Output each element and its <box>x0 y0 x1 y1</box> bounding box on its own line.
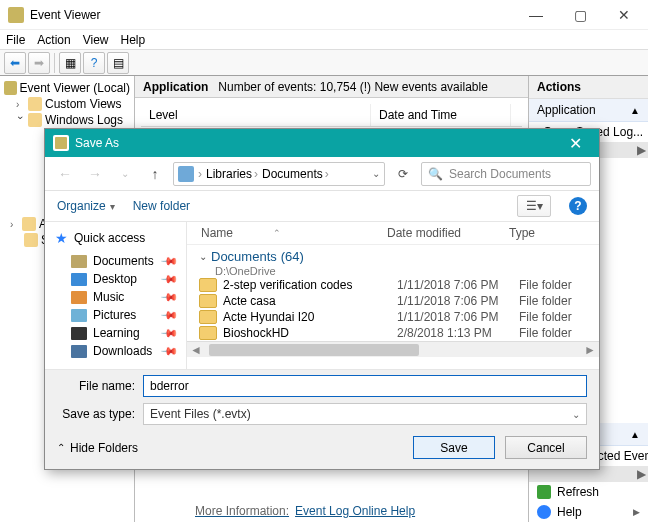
close-button[interactable]: ✕ <box>602 1 646 29</box>
view-options-button[interactable]: ☰▾ <box>517 195 551 217</box>
link-text: Event Log Online Help <box>295 504 415 518</box>
chevron-right-icon: ▶ <box>633 507 640 517</box>
place-learning[interactable]: Learning📌 <box>49 324 182 342</box>
file-name: 2-step verification codes <box>223 278 397 292</box>
cancel-button[interactable]: Cancel <box>505 436 587 459</box>
crumb-label: Documents <box>262 167 323 181</box>
newfolder-button[interactable]: New folder <box>133 199 190 213</box>
address-dropdown-icon[interactable]: ⌄ <box>372 168 380 179</box>
toolbar: ⬅ ➡ ▦ ? ▤ <box>0 50 648 76</box>
forward-button[interactable]: ➡ <box>28 52 50 74</box>
nav-recent-button[interactable]: ⌄ <box>113 162 137 186</box>
folder-icon <box>199 294 217 308</box>
menu-view[interactable]: View <box>83 33 109 47</box>
online-help-link[interactable]: More Information:Event Log Online Help <box>195 504 415 518</box>
folder-icon <box>24 233 38 247</box>
col-level[interactable]: Level <box>141 104 371 126</box>
tool-button-1[interactable]: ▦ <box>59 52 81 74</box>
list-item[interactable]: Acte Hyundai I201/11/2018 7:06 PMFile fo… <box>187 309 599 325</box>
collapse-icon[interactable]: ⌄ <box>199 251 207 262</box>
nav-back-button[interactable]: ← <box>53 162 77 186</box>
place-label: Downloads <box>93 344 152 358</box>
dialog-actions: ⌃Hide Folders Save Cancel <box>45 428 599 469</box>
savetype-value: Event Files (*.evtx) <box>150 407 251 421</box>
nav-forward-button[interactable]: → <box>83 162 107 186</box>
col-date[interactable]: Date and Time <box>371 104 511 126</box>
file-type: File folder <box>519 278 599 292</box>
dialog-fields: File name: Save as type: Event Files (*.… <box>45 370 599 428</box>
col-name[interactable]: Name⌃ <box>187 226 387 240</box>
back-button[interactable]: ⬅ <box>4 52 26 74</box>
save-button[interactable]: Save <box>413 436 495 459</box>
place-label: Desktop <box>93 272 137 286</box>
list-item[interactable]: BioshockHD2/8/2018 1:13 PMFile folder <box>187 325 599 341</box>
file-name: BioshockHD <box>223 326 397 340</box>
address-bar[interactable]: › Libraries › Documents › ⌄ <box>173 162 385 186</box>
nav-up-button[interactable]: ↑ <box>143 162 167 186</box>
quick-access-label: Quick access <box>74 231 145 245</box>
expand-icon[interactable]: › <box>16 99 25 110</box>
horizontal-scrollbar[interactable]: ◄► <box>187 341 599 357</box>
group-documents[interactable]: ⌄ Documents (64) D:\OneDrive <box>187 245 599 277</box>
search-box[interactable]: 🔍 Search Documents <box>421 162 591 186</box>
pin-icon: 📌 <box>159 305 178 324</box>
search-placeholder: Search Documents <box>449 167 551 181</box>
tree-windows-logs[interactable]: ›Windows Logs <box>2 112 132 128</box>
col-type[interactable]: Type <box>509 226 579 240</box>
tree-winlogs-label: Windows Logs <box>45 113 123 127</box>
menu-file[interactable]: File <box>6 33 25 47</box>
save-as-dialog: Save As ✕ ← → ⌄ ↑ › Libraries › Document… <box>44 128 600 470</box>
tool-button-3[interactable]: ▤ <box>107 52 129 74</box>
crumb-libraries[interactable]: Libraries › <box>206 167 258 181</box>
pictures-icon <box>71 309 87 322</box>
file-date: 1/11/2018 7:06 PM <box>397 278 519 292</box>
group-from: D:\OneDrive <box>215 265 599 277</box>
place-downloads[interactable]: Downloads📌 <box>49 342 182 360</box>
more-info-label: More Information: <box>195 504 289 518</box>
maximize-button[interactable]: ▢ <box>558 1 602 29</box>
place-documents[interactable]: Documents📌 <box>49 252 182 270</box>
savetype-select[interactable]: Event Files (*.evtx)⌄ <box>143 403 587 425</box>
pin-icon: 📌 <box>159 269 178 288</box>
filename-input[interactable] <box>143 375 587 397</box>
crumb-documents[interactable]: Documents › <box>262 167 329 181</box>
pane-subtitle: Number of events: 10,754 (!) New events … <box>218 80 487 94</box>
tree-root[interactable]: Event Viewer (Local) <box>2 80 132 96</box>
action-help[interactable]: Help▶ <box>529 502 648 522</box>
place-music[interactable]: Music📌 <box>49 288 182 306</box>
crumb-sep-icon: › <box>198 167 202 181</box>
dialog-close-button[interactable]: ✕ <box>555 134 595 153</box>
actions-header: Actions <box>529 76 648 99</box>
hide-folders-label: Hide Folders <box>70 441 138 455</box>
pane-header: Application Number of events: 10,754 (!)… <box>135 76 528 98</box>
expand-icon[interactable]: › <box>10 219 19 230</box>
savetype-label: Save as type: <box>57 407 135 421</box>
dialog-titlebar: Save As ✕ <box>45 129 599 157</box>
hide-folders-button[interactable]: ⌃Hide Folders <box>57 441 138 455</box>
group-label: Documents <box>211 249 277 264</box>
minimize-button[interactable]: — <box>514 1 558 29</box>
list-item[interactable]: 2-step verification codes1/11/2018 7:06 … <box>187 277 599 293</box>
place-desktop[interactable]: Desktop📌 <box>49 270 182 288</box>
tree-custom-views[interactable]: ›Custom Views <box>2 96 132 112</box>
menu-help[interactable]: Help <box>121 33 146 47</box>
scroll-thumb[interactable] <box>209 344 419 356</box>
actions-section-app[interactable]: Application▲ <box>529 99 648 122</box>
organize-menu[interactable]: Organize ▾ <box>57 199 115 213</box>
menu-action[interactable]: Action <box>37 33 70 47</box>
collapse-icon: ▲ <box>630 429 640 440</box>
tree-custom-label: Custom Views <box>45 97 121 111</box>
separator <box>54 53 55 73</box>
action-refresh[interactable]: Refresh <box>529 482 648 502</box>
place-label: Learning <box>93 326 140 340</box>
collapse-icon[interactable]: › <box>15 116 26 125</box>
place-pictures[interactable]: Pictures📌 <box>49 306 182 324</box>
refresh-button[interactable]: ⟳ <box>391 167 415 181</box>
folder-icon <box>199 326 217 340</box>
col-date-modified[interactable]: Date modified <box>387 226 509 240</box>
tool-button-2[interactable]: ? <box>83 52 105 74</box>
list-item[interactable]: Acte casa1/11/2018 7:06 PMFile folder <box>187 293 599 309</box>
help-button[interactable]: ? <box>569 197 587 215</box>
quick-access[interactable]: ★Quick access <box>49 228 182 252</box>
collapse-icon: ▲ <box>630 105 640 116</box>
